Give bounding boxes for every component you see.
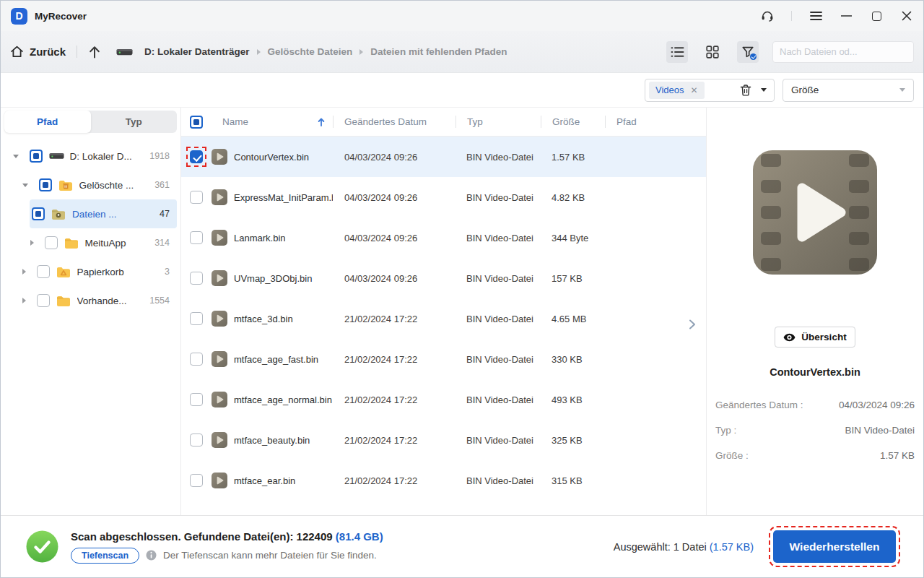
trash-icon[interactable]	[740, 84, 751, 97]
tree-expand-arrow-icon[interactable]	[13, 155, 19, 158]
tree-expand-arrow-icon[interactable]	[22, 298, 26, 303]
filter-tag-videos: Videos ✕	[649, 82, 705, 99]
file-date: 04/03/2024 09:26	[333, 273, 456, 284]
tree-item-count: 361	[150, 180, 170, 190]
table-row[interactable]: UVmap_3DObj.bin 04/03/2024 09:26 BIN Vid…	[181, 258, 706, 298]
file-type: BIN Video-Datei	[456, 314, 541, 324]
tree-checkbox[interactable]	[45, 236, 58, 249]
breadcrumb-chevron-icon	[359, 49, 363, 55]
filter-button[interactable]	[737, 41, 759, 63]
row-checkbox[interactable]	[190, 393, 203, 406]
maximize-icon[interactable]	[870, 9, 883, 22]
row-checkbox[interactable]	[190, 150, 203, 163]
drive-icon	[116, 46, 133, 59]
column-header-path[interactable]: Pfad	[605, 108, 706, 136]
nav-divider	[77, 46, 77, 58]
scan-total-size: (81.4 GB)	[336, 530, 383, 543]
menu-icon[interactable]	[809, 9, 822, 22]
tree-expand-arrow-icon[interactable]	[22, 269, 26, 275]
tab-typ[interactable]: Typ	[91, 111, 178, 133]
tree-item-label: MeituApp	[85, 238, 126, 249]
file-date: 21/02/2024 17:22	[333, 435, 456, 446]
video-file-preview-icon	[753, 150, 877, 275]
tree-checkbox[interactable]	[32, 207, 45, 220]
row-checkbox[interactable]	[190, 434, 203, 447]
tree-item[interactable]: Dateien ... 47	[30, 199, 177, 228]
tree-item-label: D: Lokaler D...	[70, 151, 132, 162]
chevron-right-icon	[688, 319, 697, 330]
scan-result-message: Scan abgeschlossen. Gefundene Datei(en):…	[71, 530, 383, 543]
tree-item[interactable]: Vorhande... 1554	[4, 286, 177, 315]
row-checkbox[interactable]	[190, 474, 203, 487]
row-checkbox[interactable]	[190, 231, 203, 244]
tree-checkbox[interactable]	[39, 178, 52, 191]
search-box[interactable]	[772, 41, 914, 63]
row-checkbox[interactable]	[190, 272, 203, 285]
tree-item[interactable]: D: Lokaler D... 1918	[4, 142, 177, 171]
file-name: mtface_age_normal.bin	[234, 394, 332, 405]
chevron-down-icon[interactable]	[761, 88, 767, 92]
up-level-button[interactable]	[88, 45, 101, 59]
tree-expand-arrow-icon[interactable]	[30, 240, 34, 246]
file-type: BIN Video-Datei	[456, 273, 541, 284]
row-checkbox[interactable]	[190, 353, 203, 366]
size-filter-select[interactable]: Größe	[783, 79, 914, 102]
sidebar: Pfad Typ D: Lokaler D... 1918 Gelöschte …	[1, 108, 181, 515]
deep-scan-button[interactable]: Tiefenscan	[71, 548, 139, 564]
tree-checkbox[interactable]	[37, 265, 50, 278]
file-date: 04/03/2024 09:26	[333, 192, 456, 203]
tree-checkbox[interactable]	[37, 294, 50, 307]
table-row[interactable]: Lanmark.bin 04/03/2024 09:26 BIN Video-D…	[181, 217, 706, 258]
search-input[interactable]	[780, 46, 907, 57]
list-view-icon	[671, 46, 684, 58]
table-row[interactable]: mtface_age_fast.bin 21/02/2024 17:22 BIN…	[181, 339, 706, 379]
titlebar: D MyRecover	[1, 1, 923, 31]
minimize-icon[interactable]	[840, 9, 853, 22]
file-size: 315 KB	[541, 475, 605, 486]
column-header-name[interactable]: Name	[212, 108, 333, 136]
back-button[interactable]: Zurück	[10, 45, 66, 59]
headset-support-icon[interactable]	[761, 9, 774, 22]
table-row[interactable]: mtface_ear.bin 21/02/2024 17:22 BIN Vide…	[181, 460, 706, 501]
tree-node-icon	[51, 207, 66, 220]
table-row[interactable]: mtface_beauty.bin 21/02/2024 17:22 BIN V…	[181, 420, 706, 460]
preview-panel: Übersicht ContourVertex.bin Geändertes D…	[706, 108, 923, 515]
recover-button[interactable]: Wiederherstellen	[773, 530, 896, 563]
table-row[interactable]: mtface_3d.bin 21/02/2024 17:22 BIN Video…	[181, 298, 706, 339]
file-table: Name Geändertes Datum Typ Größe Pfad Con…	[181, 108, 706, 515]
grid-view-button[interactable]	[702, 41, 723, 63]
tree-checkbox[interactable]	[30, 150, 43, 163]
tree-node-icon	[64, 236, 79, 249]
folder-tree: D: Lokaler D... 1918 Gelöschte ... 361 D…	[1, 142, 180, 315]
breadcrumb-segment[interactable]: Dateien mit fehlenden Pfaden	[370, 46, 507, 57]
file-date: 04/03/2024 09:26	[333, 152, 456, 163]
preview-collapse-toggle[interactable]	[686, 317, 699, 332]
row-checkbox[interactable]	[190, 191, 203, 204]
video-file-icon	[212, 432, 227, 448]
column-header-date[interactable]: Geändertes Datum	[333, 108, 456, 136]
tree-item[interactable]: MeituApp 314	[4, 228, 177, 257]
tree-expand-arrow-icon[interactable]	[22, 184, 28, 187]
table-row[interactable]: mtface_age_normal.bin 21/02/2024 17:22 B…	[181, 379, 706, 420]
breadcrumb-root[interactable]: D: Lokaler Datenträger	[144, 46, 250, 57]
type-filter-combo[interactable]: Videos ✕	[645, 79, 775, 102]
tab-pfad[interactable]: Pfad	[4, 111, 91, 133]
column-header-type[interactable]: Typ	[456, 108, 541, 136]
row-checkbox[interactable]	[190, 312, 203, 325]
select-all-checkbox[interactable]	[190, 116, 203, 129]
table-row[interactable]: ContourVertex.bin 04/03/2024 09:26 BIN V…	[181, 137, 706, 177]
table-row[interactable]: ExpressMat_InitParam.bin 04/03/2024 09:2…	[181, 177, 706, 217]
tree-item[interactable]: Gelöschte ... 361	[4, 171, 177, 199]
column-header-size[interactable]: Größe	[541, 108, 605, 136]
file-size: 1.57 KB	[541, 152, 605, 163]
tree-item[interactable]: Papierkorb 3	[4, 257, 177, 286]
close-icon[interactable]	[900, 9, 913, 22]
list-view-button[interactable]	[666, 41, 688, 63]
file-date: 21/02/2024 17:22	[333, 475, 456, 486]
breadcrumb-segment[interactable]: Gelöschte Dateien	[268, 46, 353, 57]
info-icon	[146, 550, 157, 561]
selection-size: (1.57 KB)	[710, 541, 754, 553]
tree-item-count: 1554	[145, 296, 170, 306]
overview-button[interactable]: Übersicht	[775, 327, 855, 348]
remove-tag-icon[interactable]: ✕	[691, 85, 698, 95]
